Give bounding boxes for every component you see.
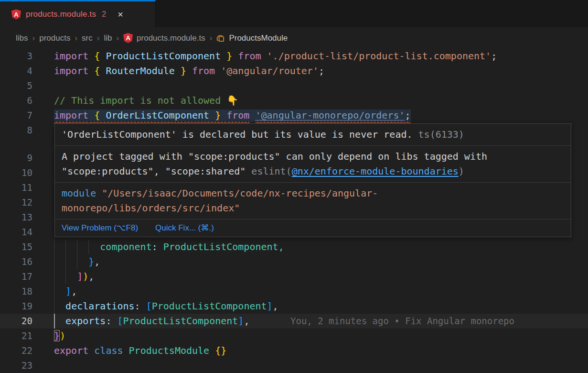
token: : bbox=[135, 300, 146, 312]
code-text: component: ProductListComponent, bbox=[54, 240, 284, 254]
line-number[interactable]: 9 bbox=[0, 151, 32, 165]
token: from bbox=[226, 110, 249, 121]
token: : bbox=[106, 315, 117, 327]
line-number[interactable]: 17 bbox=[0, 269, 32, 284]
line-number[interactable]: 15 bbox=[0, 240, 32, 254]
line-number[interactable]: 22 bbox=[0, 343, 32, 358]
token: declarations bbox=[65, 300, 135, 312]
code-line-20[interactable]: 20 exports: [ProductListComponent],You, … bbox=[0, 314, 588, 329]
breadcrumb-separator: › bbox=[116, 33, 119, 43]
token: from bbox=[192, 65, 215, 77]
quick-fix-action[interactable]: Quick Fix... (⌘.) bbox=[155, 223, 214, 233]
token: ProductListComponent bbox=[123, 315, 238, 327]
token: import bbox=[54, 50, 88, 62]
token: ProductListComponent bbox=[152, 300, 267, 312]
code-line-21[interactable]: 21}) bbox=[0, 329, 588, 343]
line-number[interactable]: 4 bbox=[0, 64, 32, 78]
code-text: ], bbox=[54, 284, 77, 299]
hover-ts-message: 'OrderListComponent' is declared but its… bbox=[55, 124, 571, 146]
line-number[interactable]: 16 bbox=[0, 254, 32, 269]
view-problem-action[interactable]: View Problem (⌥F8) bbox=[62, 223, 138, 233]
token: export bbox=[54, 345, 88, 356]
line-number[interactable]: 7 bbox=[0, 108, 32, 123]
token: } bbox=[88, 256, 94, 267]
close-icon[interactable]: × bbox=[118, 10, 123, 19]
hover-action-bar: View Problem (⌥F8)Quick Fix... (⌘.) bbox=[55, 219, 571, 237]
line-number[interactable]: 23 bbox=[0, 358, 32, 373]
breadcrumb-item-productsmodule[interactable]: ProductsModule bbox=[216, 33, 288, 43]
breadcrumb-item-products-module-ts[interactable]: Aproducts.module.ts bbox=[123, 33, 205, 43]
token: { bbox=[88, 65, 106, 77]
token: , bbox=[88, 271, 94, 282]
token: { bbox=[88, 50, 106, 62]
eslint-error-line1: A project tagged with "scope:products" c… bbox=[62, 151, 487, 162]
tab-products-module[interactable]: A products.module.ts 2 × bbox=[0, 0, 156, 27]
code-line-16[interactable]: 16 }, bbox=[0, 254, 588, 269]
token: ; bbox=[491, 50, 497, 62]
tab-bar: A products.module.ts 2 × bbox=[0, 0, 588, 27]
token: [ bbox=[117, 315, 123, 327]
line-number[interactable]: 18 bbox=[0, 284, 32, 299]
token: ] bbox=[238, 315, 244, 327]
token: } bbox=[175, 65, 192, 77]
ts-error-code: ts(6133) bbox=[413, 129, 464, 140]
hover-eslint-message: A project tagged with "scope:products" c… bbox=[55, 146, 571, 183]
code-line-4[interactable]: 4import { RouterModule } from '@angular/… bbox=[0, 64, 588, 78]
token: , bbox=[244, 315, 249, 327]
token: './product-list/product-list.component' bbox=[267, 50, 492, 62]
breadcrumb-separator: › bbox=[210, 33, 213, 43]
line-number[interactable]: 21 bbox=[0, 329, 32, 343]
code-text: exports: [ProductListComponent], bbox=[54, 314, 249, 329]
line-number[interactable]: 12 bbox=[0, 195, 32, 210]
eslint-source-open: eslint( bbox=[251, 165, 291, 177]
code-text: import { RouterModule } from '@angular/r… bbox=[54, 64, 324, 78]
tab-error-count-badge: 2 bbox=[102, 10, 106, 19]
eslint-rule-link[interactable]: @nx/enforce-module-boundaries bbox=[292, 165, 459, 177]
token: ProductListComponent bbox=[158, 241, 278, 252]
line-number[interactable]: 14 bbox=[0, 225, 32, 240]
token bbox=[54, 285, 65, 297]
code-line-19[interactable]: 19 declarations: [ProductListComponent], bbox=[0, 299, 588, 314]
token bbox=[54, 256, 88, 267]
error-squiggle-range: import { OrderListComponent } from '@ang… bbox=[54, 110, 411, 121]
token: ] bbox=[65, 285, 71, 297]
line-number[interactable]: 11 bbox=[0, 180, 32, 195]
line-number[interactable]: 6 bbox=[0, 93, 32, 108]
code-text: ]), bbox=[54, 269, 94, 284]
line-number[interactable]: 3 bbox=[0, 49, 32, 64]
hover-module-path: module "/Users/isaac/Documents/code/nx-r… bbox=[55, 183, 571, 219]
line-number[interactable]: 5 bbox=[0, 78, 32, 93]
token: // This import is not allowed bbox=[54, 95, 226, 106]
code-line-7[interactable]: 7import { OrderListComponent } from '@an… bbox=[0, 108, 588, 123]
code-text: export class ProductsModule {} bbox=[54, 343, 226, 358]
code-line-3[interactable]: 3import { ProductListComponent } from '.… bbox=[0, 49, 588, 64]
code-line-17[interactable]: 17 ]), bbox=[0, 269, 588, 284]
code-line-23[interactable]: 23 bbox=[0, 358, 588, 373]
breadcrumb-item-lib[interactable]: lib bbox=[104, 33, 112, 43]
token: ProductsModule bbox=[129, 345, 210, 356]
breadcrumb-item-products[interactable]: products bbox=[39, 33, 70, 43]
token: } bbox=[209, 110, 226, 121]
breadcrumb-item-src[interactable]: src bbox=[82, 33, 93, 43]
token: } bbox=[54, 330, 60, 341]
code-line-5[interactable]: 5 bbox=[0, 78, 588, 93]
breadcrumb-item-libs[interactable]: libs bbox=[16, 33, 28, 43]
token bbox=[123, 345, 129, 356]
module-keyword: module bbox=[62, 187, 96, 199]
code-line-6[interactable]: 6// This import is not allowed 👇 bbox=[0, 93, 588, 108]
line-number[interactable]: 8 bbox=[0, 123, 32, 138]
code-line-15[interactable]: 15 component: ProductListComponent, bbox=[0, 240, 588, 254]
line-number[interactable]: 19 bbox=[0, 299, 32, 314]
breadcrumb-label: src bbox=[82, 33, 93, 43]
line-number[interactable]: 13 bbox=[0, 210, 32, 225]
git-blame-annotation: You, 2 minutes ago • Fix Angular monorep… bbox=[290, 314, 514, 329]
line-number[interactable]: 10 bbox=[0, 165, 32, 180]
token: ) bbox=[60, 330, 65, 341]
code-text: }) bbox=[54, 329, 65, 343]
token: , bbox=[273, 300, 278, 312]
code-text: import { OrderListComponent } from '@ang… bbox=[54, 108, 411, 123]
line-number[interactable]: 20 bbox=[0, 314, 32, 329]
code-line-18[interactable]: 18 ], bbox=[0, 284, 588, 299]
breadcrumb-label: products.module.ts bbox=[137, 33, 205, 43]
code-line-22[interactable]: 22export class ProductsModule {} bbox=[0, 343, 588, 358]
